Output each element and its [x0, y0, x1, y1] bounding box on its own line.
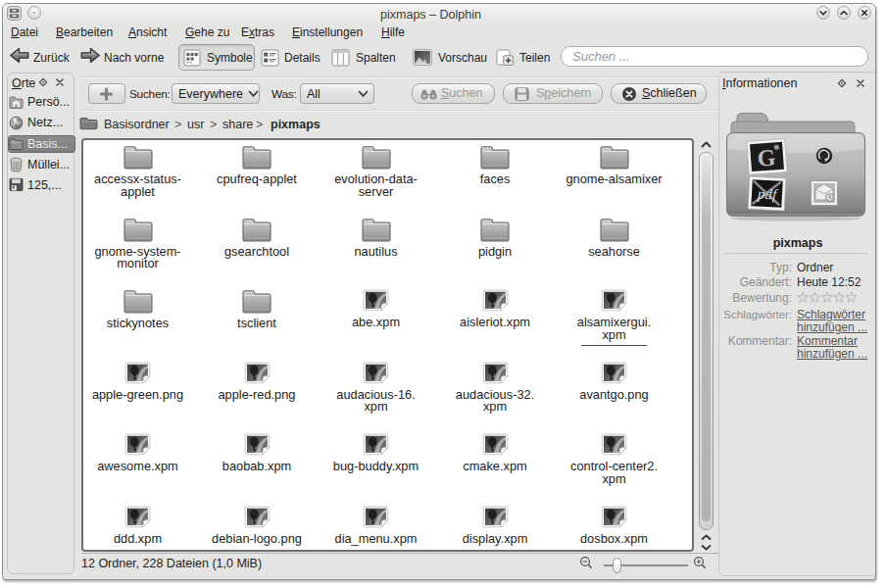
svg-text:G: G [757, 144, 777, 171]
svg-text:pdf: pdf [757, 185, 779, 202]
